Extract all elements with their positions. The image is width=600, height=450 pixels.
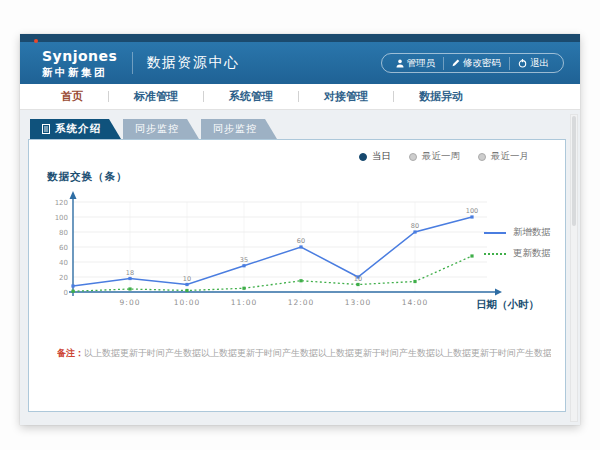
top-strip bbox=[20, 34, 580, 42]
svg-text:14:00: 14:00 bbox=[402, 298, 429, 307]
user-menu-admin-label: 管理员 bbox=[407, 57, 436, 70]
tab-sync-monitor-1[interactable]: 同步监控 bbox=[123, 119, 199, 139]
svg-text:60: 60 bbox=[297, 237, 305, 245]
app-header: Synjones 新中新集团 数据资源中心 管理员 修改密码 bbox=[20, 42, 580, 84]
footnote-label: 备注： bbox=[57, 348, 84, 358]
radio-selected-icon bbox=[359, 153, 367, 161]
nav-item-data-changes[interactable]: 数据异动 bbox=[394, 89, 488, 104]
main-nav: 首页 标准管理 系统管理 对接管理 数据异动 bbox=[20, 84, 580, 110]
filter-option-label: 当日 bbox=[372, 150, 391, 163]
svg-text:20: 20 bbox=[59, 274, 68, 282]
document-icon bbox=[42, 124, 50, 134]
svg-text:40: 40 bbox=[59, 259, 68, 267]
user-menu-admin[interactable]: 管理员 bbox=[388, 57, 444, 70]
filter-option-last-month[interactable]: 最近一月 bbox=[478, 150, 529, 163]
chart-panel: 当日 最近一周 最近一月 数据交换（条） 0204060801001209:00… bbox=[28, 139, 566, 412]
header-divider bbox=[132, 52, 133, 74]
svg-text:100: 100 bbox=[466, 207, 478, 215]
svg-text:0: 0 bbox=[64, 289, 68, 297]
nav-item-integration-management[interactable]: 对接管理 bbox=[299, 89, 393, 104]
tab-label: 同步监控 bbox=[135, 122, 179, 136]
footnote-text: 以上数据更新于时间产生数据以上数据更新于时间产生数据以上数据更新于时间产生数据以… bbox=[84, 348, 551, 358]
user-menu-change-password[interactable]: 修改密码 bbox=[443, 57, 509, 70]
tab-sync-monitor-2[interactable]: 同步监控 bbox=[201, 119, 277, 139]
filter-option-label: 最近一月 bbox=[491, 150, 529, 163]
chart-legend: 新增数据 更新数据 bbox=[484, 226, 551, 268]
content-area: 系统介绍 同步监控 同步监控 当日 最近一周 bbox=[20, 110, 580, 425]
y-axis-title: 数据交换（条） bbox=[47, 170, 128, 184]
legend-label: 新增数据 bbox=[513, 226, 551, 239]
svg-text:18: 18 bbox=[126, 269, 134, 277]
user-icon bbox=[396, 59, 404, 68]
legend-item-updated-data: 更新数据 bbox=[484, 247, 551, 260]
logo-accent-dot bbox=[34, 39, 38, 43]
user-menu: 管理员 修改密码 退出 bbox=[381, 53, 565, 73]
footnote: 备注：以上数据更新于时间产生数据以上数据更新于时间产生数据以上数据更新于时间产生… bbox=[57, 347, 551, 360]
svg-text:100: 100 bbox=[55, 214, 68, 222]
svg-text:60: 60 bbox=[59, 244, 68, 252]
legend-item-new-data: 新增数据 bbox=[484, 226, 551, 239]
radio-unselected-icon bbox=[409, 153, 417, 161]
filter-option-last-week[interactable]: 最近一周 bbox=[409, 150, 460, 163]
scrollbar-thumb[interactable] bbox=[572, 116, 576, 226]
svg-text:10:00: 10:00 bbox=[174, 298, 201, 307]
svg-text:35: 35 bbox=[240, 256, 248, 264]
svg-text:13:00: 13:00 bbox=[345, 298, 372, 307]
logout-icon bbox=[518, 59, 527, 68]
legend-label: 更新数据 bbox=[513, 247, 551, 260]
radio-unselected-icon bbox=[478, 153, 486, 161]
tab-label: 同步监控 bbox=[213, 122, 257, 136]
logo-company-name: 新中新集团 bbox=[42, 67, 117, 78]
page-title: 数据资源中心 bbox=[146, 54, 239, 72]
svg-text:80: 80 bbox=[59, 229, 68, 237]
nav-item-system-management[interactable]: 系统管理 bbox=[204, 89, 298, 104]
edit-icon bbox=[452, 59, 460, 67]
svg-text:10: 10 bbox=[183, 275, 191, 283]
svg-text:12:00: 12:00 bbox=[288, 298, 315, 307]
x-axis-title: 日期（小时） bbox=[476, 298, 539, 312]
nav-item-home[interactable]: 首页 bbox=[36, 89, 108, 104]
tab-label: 系统介绍 bbox=[55, 122, 101, 136]
tab-system-intro[interactable]: 系统介绍 bbox=[30, 119, 121, 139]
user-menu-logout-label: 退出 bbox=[530, 57, 549, 70]
filter-option-today[interactable]: 当日 bbox=[359, 150, 391, 163]
svg-text:11:00: 11:00 bbox=[231, 298, 258, 307]
logo-text: Synjones bbox=[42, 49, 117, 63]
svg-text:120: 120 bbox=[55, 199, 68, 207]
user-menu-change-password-label: 修改密码 bbox=[463, 57, 501, 70]
svg-text:80: 80 bbox=[411, 222, 419, 230]
range-filter: 当日 最近一周 最近一月 bbox=[359, 150, 529, 163]
nav-item-standard-management[interactable]: 标准管理 bbox=[109, 89, 203, 104]
logo[interactable]: Synjones 新中新集团 bbox=[42, 48, 117, 78]
filter-option-label: 最近一周 bbox=[422, 150, 460, 163]
line-chart: 0204060801001209:0010:0011:0012:0013:001… bbox=[45, 188, 515, 314]
tab-bar: 系统介绍 同步监控 同步监控 bbox=[30, 119, 566, 139]
solid-line-swatch bbox=[484, 232, 506, 234]
svg-text:10: 10 bbox=[354, 275, 362, 283]
scrollbar[interactable] bbox=[570, 114, 578, 422]
user-menu-logout[interactable]: 退出 bbox=[509, 57, 557, 70]
app-window: Synjones 新中新集团 数据资源中心 管理员 修改密码 bbox=[20, 34, 580, 425]
dotted-line-swatch bbox=[484, 253, 506, 255]
svg-text:9:00: 9:00 bbox=[120, 298, 141, 307]
